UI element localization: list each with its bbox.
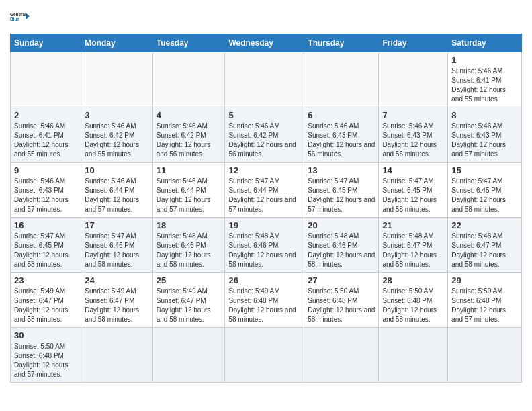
day-sun-info: Sunrise: 5:46 AMSunset: 6:44 PMDaylight:…	[85, 177, 148, 214]
calendar-cell	[448, 328, 522, 383]
calendar-cell: 24Sunrise: 5:49 AMSunset: 6:47 PMDayligh…	[81, 273, 152, 328]
calendar-cell: 19Sunrise: 5:48 AMSunset: 6:46 PMDayligh…	[225, 218, 304, 273]
calendar-cell: 8Sunrise: 5:46 AMSunset: 6:43 PMDaylight…	[448, 107, 522, 163]
day-header-friday: Friday	[379, 34, 448, 52]
calendar-table: SundayMondayTuesdayWednesdayThursdayFrid…	[10, 34, 522, 383]
day-sun-info: Sunrise: 5:46 AMSunset: 6:42 PMDaylight:…	[157, 122, 222, 159]
day-number: 27	[308, 275, 375, 285]
calendar-cell: 17Sunrise: 5:47 AMSunset: 6:46 PMDayligh…	[81, 218, 152, 273]
day-number: 2	[14, 110, 77, 120]
calendar-cell	[81, 52, 152, 107]
day-sun-info: Sunrise: 5:47 AMSunset: 6:45 PMDaylight:…	[14, 232, 77, 269]
calendar-cell: 26Sunrise: 5:49 AMSunset: 6:48 PMDayligh…	[225, 273, 304, 328]
calendar-cell: 13Sunrise: 5:47 AMSunset: 6:45 PMDayligh…	[304, 163, 379, 218]
day-sun-info: Sunrise: 5:47 AMSunset: 6:45 PMDaylight:…	[451, 177, 518, 214]
calendar-week-row: 9Sunrise: 5:46 AMSunset: 6:43 PMDaylight…	[11, 163, 522, 218]
svg-text:Blue: Blue	[10, 17, 19, 21]
calendar-cell: 25Sunrise: 5:49 AMSunset: 6:47 PMDayligh…	[152, 273, 225, 328]
calendar-cell: 11Sunrise: 5:46 AMSunset: 6:44 PMDayligh…	[152, 163, 225, 218]
svg-text:General: General	[10, 12, 26, 17]
day-number: 8	[451, 110, 518, 120]
calendar-cell: 29Sunrise: 5:50 AMSunset: 6:48 PMDayligh…	[448, 273, 522, 328]
calendar-cell: 22Sunrise: 5:48 AMSunset: 6:47 PMDayligh…	[448, 218, 522, 273]
day-sun-info: Sunrise: 5:46 AMSunset: 6:43 PMDaylight:…	[308, 122, 375, 159]
day-number: 29	[451, 275, 518, 285]
day-number: 10	[85, 165, 148, 175]
day-number: 20	[308, 220, 375, 230]
day-sun-info: Sunrise: 5:48 AMSunset: 6:47 PMDaylight:…	[382, 232, 444, 269]
day-sun-info: Sunrise: 5:46 AMSunset: 6:42 PMDaylight:…	[85, 122, 148, 159]
day-number: 22	[451, 220, 518, 230]
day-number: 9	[14, 165, 77, 175]
day-header-sunday: Sunday	[11, 34, 81, 52]
calendar-cell	[152, 328, 225, 383]
day-number: 18	[157, 220, 222, 230]
day-number: 15	[451, 165, 518, 175]
calendar-cell: 16Sunrise: 5:47 AMSunset: 6:45 PMDayligh…	[11, 218, 81, 273]
day-sun-info: Sunrise: 5:46 AMSunset: 6:43 PMDaylight:…	[382, 122, 444, 159]
calendar-cell	[152, 52, 225, 107]
day-sun-info: Sunrise: 5:48 AMSunset: 6:46 PMDaylight:…	[157, 232, 222, 269]
day-sun-info: Sunrise: 5:50 AMSunset: 6:48 PMDaylight:…	[14, 342, 77, 379]
day-sun-info: Sunrise: 5:47 AMSunset: 6:46 PMDaylight:…	[85, 232, 148, 269]
day-number: 12	[228, 165, 300, 175]
day-number: 1	[451, 55, 518, 65]
calendar-cell: 30Sunrise: 5:50 AMSunset: 6:48 PMDayligh…	[11, 328, 81, 383]
day-number: 16	[14, 220, 77, 230]
day-sun-info: Sunrise: 5:50 AMSunset: 6:48 PMDaylight:…	[382, 287, 444, 324]
day-sun-info: Sunrise: 5:46 AMSunset: 6:41 PMDaylight:…	[451, 66, 518, 104]
day-sun-info: Sunrise: 5:46 AMSunset: 6:43 PMDaylight:…	[451, 122, 518, 159]
day-header-thursday: Thursday	[304, 34, 379, 52]
calendar-cell: 5Sunrise: 5:46 AMSunset: 6:42 PMDaylight…	[225, 107, 304, 163]
calendar-cell	[304, 52, 379, 107]
calendar-week-row: 16Sunrise: 5:47 AMSunset: 6:45 PMDayligh…	[11, 218, 522, 273]
calendar-cell	[11, 52, 81, 107]
calendar-cell	[81, 328, 152, 383]
calendar-cell: 7Sunrise: 5:46 AMSunset: 6:43 PMDaylight…	[379, 107, 448, 163]
calendar-week-row: 23Sunrise: 5:49 AMSunset: 6:47 PMDayligh…	[11, 273, 522, 328]
calendar-cell: 27Sunrise: 5:50 AMSunset: 6:48 PMDayligh…	[304, 273, 379, 328]
calendar-cell: 20Sunrise: 5:48 AMSunset: 6:46 PMDayligh…	[304, 218, 379, 273]
day-number: 5	[228, 110, 300, 120]
day-number: 11	[157, 165, 222, 175]
calendar-body: 1Sunrise: 5:46 AMSunset: 6:41 PMDaylight…	[11, 52, 522, 383]
day-number: 19	[228, 220, 300, 230]
calendar-cell: 15Sunrise: 5:47 AMSunset: 6:45 PMDayligh…	[448, 163, 522, 218]
calendar-cell: 21Sunrise: 5:48 AMSunset: 6:47 PMDayligh…	[379, 218, 448, 273]
svg-marker-2	[26, 13, 30, 19]
day-number: 24	[85, 275, 148, 285]
day-sun-info: Sunrise: 5:47 AMSunset: 6:44 PMDaylight:…	[228, 177, 300, 214]
day-sun-info: Sunrise: 5:49 AMSunset: 6:48 PMDaylight:…	[228, 287, 300, 324]
day-number: 14	[382, 165, 444, 175]
day-sun-info: Sunrise: 5:48 AMSunset: 6:46 PMDaylight:…	[228, 232, 300, 269]
calendar-cell: 23Sunrise: 5:49 AMSunset: 6:47 PMDayligh…	[11, 273, 81, 328]
day-sun-info: Sunrise: 5:48 AMSunset: 6:46 PMDaylight:…	[308, 232, 375, 269]
calendar-cell	[379, 52, 448, 107]
day-number: 21	[382, 220, 444, 230]
day-number: 30	[14, 330, 77, 340]
day-number: 4	[157, 110, 222, 120]
day-sun-info: Sunrise: 5:49 AMSunset: 6:47 PMDaylight:…	[85, 287, 148, 324]
day-header-tuesday: Tuesday	[152, 34, 225, 52]
day-sun-info: Sunrise: 5:47 AMSunset: 6:45 PMDaylight:…	[382, 177, 444, 214]
calendar-cell	[225, 328, 304, 383]
calendar-cell: 28Sunrise: 5:50 AMSunset: 6:48 PMDayligh…	[379, 273, 448, 328]
calendar-cell	[379, 328, 448, 383]
calendar-cell: 10Sunrise: 5:46 AMSunset: 6:44 PMDayligh…	[81, 163, 152, 218]
day-number: 13	[308, 165, 375, 175]
day-sun-info: Sunrise: 5:49 AMSunset: 6:47 PMDaylight:…	[157, 287, 222, 324]
day-sun-info: Sunrise: 5:49 AMSunset: 6:47 PMDaylight:…	[14, 287, 77, 324]
day-sun-info: Sunrise: 5:46 AMSunset: 6:43 PMDaylight:…	[14, 177, 77, 214]
day-number: 6	[308, 110, 375, 120]
calendar-cell: 18Sunrise: 5:48 AMSunset: 6:46 PMDayligh…	[152, 218, 225, 273]
calendar-cell	[304, 328, 379, 383]
day-sun-info: Sunrise: 5:46 AMSunset: 6:44 PMDaylight:…	[157, 177, 222, 214]
day-sun-info: Sunrise: 5:46 AMSunset: 6:41 PMDaylight:…	[14, 122, 77, 159]
header: GeneralBlue	[10, 7, 522, 28]
day-number: 28	[382, 275, 444, 285]
calendar-cell: 3Sunrise: 5:46 AMSunset: 6:42 PMDaylight…	[81, 107, 152, 163]
calendar-cell: 14Sunrise: 5:47 AMSunset: 6:45 PMDayligh…	[379, 163, 448, 218]
day-sun-info: Sunrise: 5:50 AMSunset: 6:48 PMDaylight:…	[451, 287, 518, 324]
calendar-cell: 1Sunrise: 5:46 AMSunset: 6:41 PMDaylight…	[448, 52, 522, 107]
calendar-week-row: 1Sunrise: 5:46 AMSunset: 6:41 PMDaylight…	[11, 52, 522, 107]
